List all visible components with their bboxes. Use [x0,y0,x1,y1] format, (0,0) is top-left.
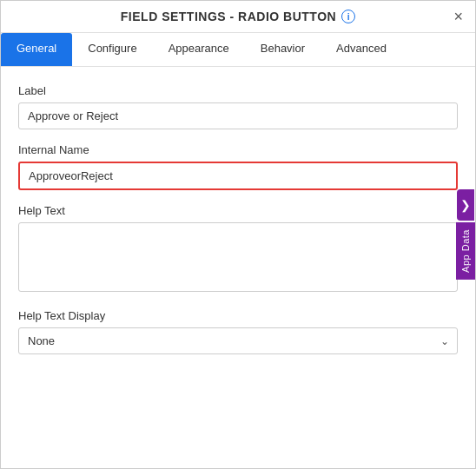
label-input[interactable] [18,102,458,129]
help-text-label: Help Text [18,204,458,217]
tab-advanced[interactable]: Advanced [321,33,402,66]
app-data-chevron-button[interactable]: ❯ [457,189,474,221]
help-text-display-select[interactable]: None Tooltip Inline [18,327,458,354]
tab-general[interactable]: General [1,33,72,66]
internal-name-input[interactable] [18,162,458,190]
help-text-display-wrapper: None Tooltip Inline ⌄ [18,327,458,354]
tab-behavior[interactable]: Behavior [245,33,321,66]
form-content: Label Internal Name Help Text Help Text … [1,67,475,468]
label-group: Label [18,84,458,129]
tabs-bar: General Configure Appearance Behavior Ad… [1,33,475,67]
dialog-header: FIELD SETTINGS - RADIO BUTTON i × [1,1,475,33]
internal-name-group: Internal Name [18,143,458,190]
internal-name-label: Internal Name [18,143,458,156]
chevron-right-icon: ❯ [460,198,471,212]
tab-appearance[interactable]: Appearance [153,33,245,66]
close-button[interactable]: × [453,9,463,24]
help-text-textarea[interactable] [18,222,458,292]
label-field-label: Label [18,84,458,97]
help-text-group: Help Text [18,204,458,295]
tab-configure[interactable]: Configure [72,33,152,66]
dialog: FIELD SETTINGS - RADIO BUTTON i × Genera… [0,0,476,469]
info-icon[interactable]: i [341,10,355,23]
app-data-label[interactable]: App Data [456,222,475,280]
dialog-title: FIELD SETTINGS - RADIO BUTTON [121,10,336,23]
app-data-panel: ❯ App Data [456,189,475,280]
help-text-display-group: Help Text Display None Tooltip Inline ⌄ [18,309,458,354]
help-text-display-label: Help Text Display [18,309,458,322]
